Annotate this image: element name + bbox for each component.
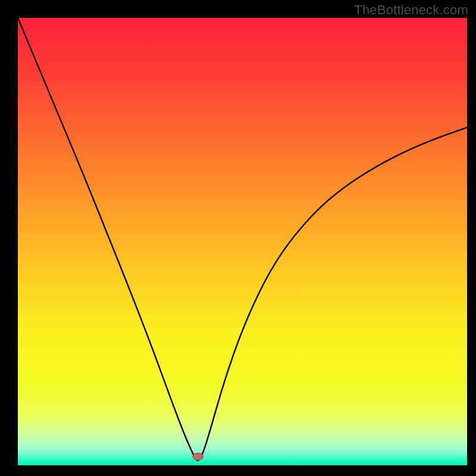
bottleneck-curve (18, 18, 467, 461)
plot-area (18, 18, 467, 465)
optimal-point-marker (193, 453, 203, 460)
curve-layer (18, 18, 467, 465)
watermark-text: TheBottleneck.com (354, 2, 468, 18)
chart-root: TheBottleneck.com (0, 0, 476, 476)
